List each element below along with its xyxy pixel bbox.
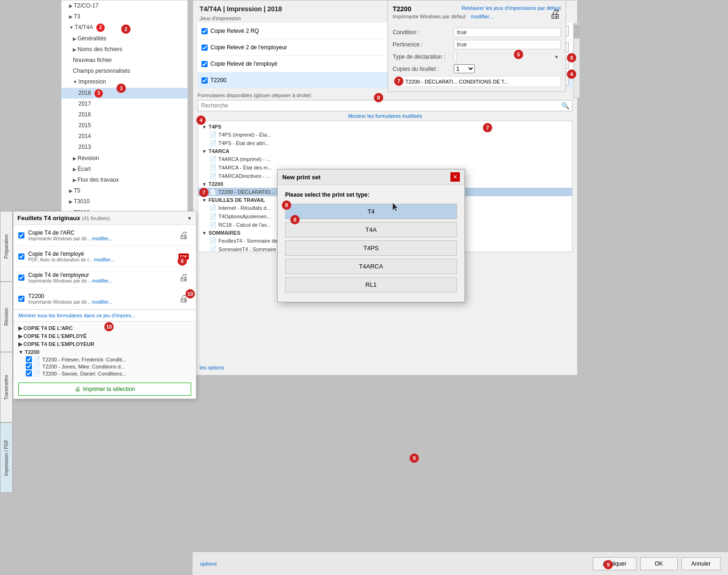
search-row: 🔍 [198, 100, 573, 111]
set-check-3[interactable] [201, 77, 208, 84]
dialog-close-button[interactable]: ✕ [450, 172, 460, 182]
nav-item-t2co17[interactable]: ▶T2/CO-17 [62, 0, 187, 11]
file-icon: 📄 [209, 189, 217, 195]
badge-t4t4a: 2 [96, 23, 105, 32]
nav-item-flux[interactable]: ▶Flux des travaux [62, 175, 187, 185]
nav-item-2014[interactable]: 2014 [62, 131, 187, 142]
feuillet-check-arc[interactable] [18, 232, 24, 238]
pertinence-value: true [454, 40, 561, 49]
badge-doc-7: 7 [394, 77, 403, 86]
form-leaf-t4arca-0[interactable]: 📄 T4ARCA (imprimé) - ... [198, 155, 572, 163]
nav-item-2015[interactable]: 2015 [62, 120, 187, 131]
nav-item-2017[interactable]: 2017 [62, 99, 187, 109]
show-all-forms-link[interactable]: Montrer tous les formulaires dans ce jeu… [18, 313, 135, 318]
form-group-t4arca: ▼T4ARCA [198, 147, 572, 155]
badge-4: 4 [196, 115, 206, 125]
file-icon: 📄 [209, 213, 217, 220]
badge-2018: 3 [94, 89, 103, 98]
detail-modifier-link[interactable]: modifier... [471, 14, 493, 19]
tab-transmettre[interactable]: Transmettre [0, 352, 13, 422]
print-selection-button[interactable]: 🖨 Imprimer la sélection [18, 383, 191, 396]
type-select[interactable] [454, 52, 457, 61]
form-leaf-t4ps-0[interactable]: 📄 T4PS (imprimé) - Éta... [198, 130, 572, 139]
form-doc-item: 📄 T2200 - DÉCLARATI... CONDITIONS DE T..… [393, 76, 561, 87]
field-row-type: Type de déclaration : ▼ [393, 52, 561, 61]
field-row-copies: Copies du feuillet : 1 2 3 [393, 64, 561, 73]
printer-icon-arc: 🖨 [176, 228, 191, 243]
pertinence-label: Pertinence : [393, 41, 454, 48]
nav-item-revision[interactable]: ▶Révision [62, 153, 187, 164]
tree-doc-icon: 📄 [34, 356, 40, 362]
set-check-1[interactable] [201, 45, 208, 51]
feuillets-panel: Feuillets T4 originaux (41 feuillets) ▼ … [13, 211, 196, 399]
show-unused-link[interactable]: Montrer les formulaires inutilisés [198, 113, 573, 119]
feuillet-modifier-t2200[interactable]: modifier... [92, 299, 112, 305]
feuillet-modifier-employe[interactable]: modifier... [94, 257, 114, 262]
dialog-btn-t4[interactable]: T4 8 [285, 204, 457, 219]
tab-impression-pdf[interactable]: Impression / PDF [0, 422, 13, 493]
feuillet-sub-employeur: Imprimante Windows par dé... modifier... [28, 278, 176, 284]
badge-set-2: 8 [567, 53, 576, 62]
nav-item-generalites[interactable]: ▶Généralités [62, 33, 187, 44]
nav-item-ecart[interactable]: ▶Écart [62, 164, 187, 175]
nav-item-t3010[interactable]: ▶T3010 [62, 196, 187, 207]
print-icon: 🖨 [75, 386, 80, 392]
tree-check-savoie[interactable] [26, 370, 32, 376]
form-leaf-t4ps-1[interactable]: 📄 T4PS - État des attri... [198, 139, 572, 147]
search-input[interactable] [201, 102, 561, 109]
badge-dialog-8: 8 [282, 200, 291, 210]
tree-doc-icon2: 📄 [34, 363, 40, 369]
feuillet-check-employe[interactable] [18, 253, 24, 260]
restore-link[interactable]: Restaurer les jeux d'impressions par déf… [462, 5, 561, 11]
new-print-set-dialog: New print set ✕ Please select the print … [277, 169, 465, 302]
badge-t2200-feuillet: 10 [186, 289, 195, 299]
dialog-btn-rl1[interactable]: RL1 [285, 277, 457, 292]
nav-arrow: ▼ [69, 25, 74, 30]
dialog-btn-t4ps[interactable]: T4PS [285, 240, 457, 256]
dialog-body: Please select the print set type: T4 8 T… [278, 185, 465, 302]
feuillets-tree: ▶ COPIE T4 DE L'ARC ▶ COPIE T4 DE L'EMPL… [14, 321, 196, 380]
feuillet-sub-t2200: Imprimante Windows par dé... modifier... [28, 299, 176, 305]
feuillet-modifier-employeur[interactable]: modifier... [92, 278, 112, 284]
feuillet-name-t2200: T2200 [28, 293, 176, 299]
dialog-btn-t4arca[interactable]: T4ARCA [285, 259, 457, 274]
feuillets-links: Montrer tous les formulaires dans ce jeu… [14, 309, 196, 321]
feuillets-dropdown-btn[interactable]: ▼ [187, 215, 192, 221]
nav-item-2013[interactable]: 2013 [62, 142, 187, 153]
file-icon: 📄 [209, 205, 217, 211]
file-icon: 📄 [209, 164, 217, 171]
feuillet-check-employeur[interactable] [18, 275, 24, 281]
dialog-btn-t4a[interactable]: T4A [285, 222, 457, 238]
type-label: Type de déclaration : [393, 54, 454, 60]
nav-item-nouveau[interactable]: Nouveau fichier [62, 55, 187, 66]
dialog-title: New print set [282, 174, 321, 181]
feuillet-check-t2200[interactable] [18, 296, 24, 302]
formulaires-label: Formulaires disponibles (glisser-déposer… [198, 92, 573, 98]
tree-check-jones[interactable] [26, 363, 32, 369]
nav-item-champs[interactable]: Champs personnalisés [62, 66, 187, 77]
appliquer-button[interactable]: Appliquer [593, 557, 636, 570]
bottom-options-link[interactable]: les options [200, 365, 225, 370]
feuillet-modifier-arc[interactable]: modifier... [92, 236, 112, 241]
tab-preparation[interactable]: Préparation [0, 211, 13, 282]
feuillets-title: Feuillets T4 originaux (41 feuillets) [17, 215, 110, 222]
nav-item-noms[interactable]: ▶Noms des fichiers [62, 44, 187, 55]
nav-item-t3[interactable]: ▶T3 [62, 11, 187, 22]
annuler-button[interactable]: Annuler [682, 557, 720, 570]
options-link[interactable]: options [200, 561, 217, 567]
feuillets-list: Copie T4 de l'ARC Imprimante Windows par… [14, 225, 196, 309]
set-check-0[interactable] [201, 28, 208, 34]
printer-icon-employeur: 🖨 [176, 270, 191, 285]
badge-5: 5 [514, 50, 523, 59]
tree-item-savoie: 📄 T2200 - Savoie, Daniel: Conditions... [18, 370, 191, 377]
copies-select[interactable]: 1 2 3 [454, 64, 475, 73]
set-check-2[interactable] [201, 61, 208, 67]
badge-2: 2 [121, 24, 131, 34]
ok-button[interactable]: OK [640, 557, 678, 570]
field-row-pertinence: Pertinence : true [393, 40, 561, 49]
tree-check-friesen[interactable] [26, 356, 32, 362]
tab-revision[interactable]: Révision [0, 282, 13, 352]
nav-item-2016[interactable]: 2016 [62, 109, 187, 120]
badge-7-extra: 7 [483, 123, 492, 132]
nav-item-t5[interactable]: ▶T5 [62, 185, 187, 196]
